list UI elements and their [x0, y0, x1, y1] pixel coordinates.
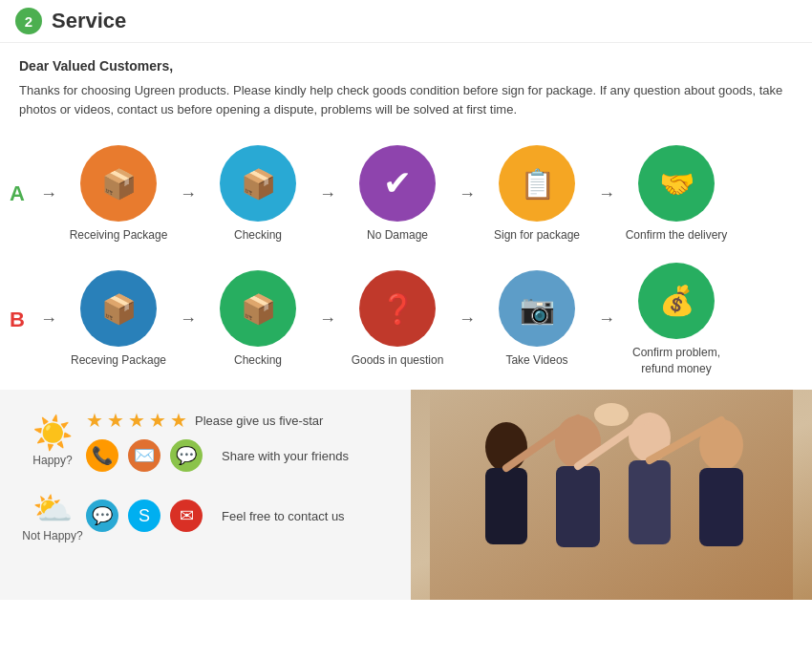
step-b4: 📷 Take Videos	[480, 270, 594, 369]
chat-share-icon[interactable]: 💬	[170, 439, 203, 472]
happy-label: Happy?	[32, 454, 72, 467]
step-b5-icon: 💰	[638, 263, 715, 339]
contact-icons: 💬 S ✉	[86, 500, 203, 532]
stars-row: ★ ★ ★ ★ ★	[86, 409, 187, 432]
step-a2: 📦 Checking	[201, 145, 315, 244]
step-a2-icon: 📦	[220, 145, 296, 222]
step-b5: 💰 Confirm problem, refund money	[619, 263, 734, 377]
intro-body: Thanks for choosing Ugreen products. Ple…	[19, 81, 793, 118]
email-share-icon[interactable]: ✉️	[128, 439, 160, 472]
step-a1-label: Receiving Package	[70, 227, 168, 244]
step-b3-label: Goods in question	[352, 352, 444, 369]
row-a-label: A	[10, 181, 36, 206]
five-star-text: Please give us five-star	[195, 414, 323, 428]
not-happy-icon: ⛅	[32, 489, 73, 527]
bottom-section: ☀️ Happy? ★ ★ ★ ★ ★ Please give us five-…	[0, 390, 812, 600]
star-1: ★	[86, 409, 103, 432]
svg-rect-6	[629, 460, 671, 544]
step-b2: 📦 Checking	[201, 270, 315, 369]
arrow: →	[40, 184, 57, 204]
arrow: →	[598, 184, 615, 204]
step-a4: 📋 Sign for package	[480, 145, 594, 244]
svg-rect-2	[485, 468, 527, 544]
step-a1-icon: 📦	[80, 145, 157, 222]
svg-point-3	[555, 415, 601, 469]
svg-rect-8	[699, 468, 743, 546]
step-b1-icon: 📦	[80, 270, 157, 347]
step-a2-label: Checking	[234, 227, 282, 244]
not-happy-mood-area: ⛅ Not Happy?	[19, 489, 86, 542]
skype2-icon[interactable]: S	[128, 500, 160, 532]
share-text: Share with your friends	[222, 449, 349, 463]
intro-section: Dear Valued Customers, Thanks for choosi…	[0, 43, 812, 126]
phone-share-icon[interactable]: 📞	[86, 439, 118, 472]
arrow: →	[319, 309, 336, 330]
step-a3-label: No Damage	[367, 227, 428, 244]
flow-row-a: A → 📦 Receiving Package → 📦 Checking → ✔…	[10, 145, 802, 244]
step-b1: 📦 Receving Package	[61, 270, 176, 369]
step-b2-icon: 📦	[220, 270, 296, 347]
step-a4-icon: 📋	[499, 145, 575, 222]
service-header: 2 Service	[0, 0, 812, 43]
step-a5-icon: 🤝	[638, 145, 715, 222]
not-happy-row: ⛅ Not Happy? 💬 S ✉ Feel free to contact …	[19, 489, 392, 542]
step-b4-icon: 📷	[499, 270, 575, 347]
step-b1-label: Receving Package	[71, 352, 166, 369]
flow-section: A → 📦 Receiving Package → 📦 Checking → ✔…	[0, 126, 812, 390]
star-3: ★	[128, 409, 145, 432]
step-b5-label: Confirm problem, refund money	[619, 345, 734, 377]
bottom-right-image	[411, 390, 812, 600]
svg-rect-4	[556, 466, 600, 547]
step-a3: ✔ No Damage	[340, 145, 455, 244]
share-icons: 📞 ✉️ 💬	[86, 439, 203, 472]
happy-mood-area: ☀️ Happy?	[19, 414, 86, 467]
arrow: →	[459, 309, 476, 330]
star-5: ★	[170, 409, 187, 432]
contact-text: Feel free to contact us	[222, 509, 345, 523]
row-b-label: B	[10, 308, 36, 332]
arrow: →	[180, 309, 197, 330]
flow-row-b: B → 📦 Receving Package → 📦 Checking → ❓ …	[10, 263, 802, 377]
arrow: →	[598, 309, 615, 330]
happy-row: ☀️ Happy? ★ ★ ★ ★ ★ Please give us five-…	[19, 409, 392, 472]
bottom-left: ☀️ Happy? ★ ★ ★ ★ ★ Please give us five-…	[0, 390, 411, 600]
mail-contact-icon[interactable]: ✉	[170, 500, 203, 532]
step-a5: 🤝 Confirm the delivery	[619, 145, 734, 244]
arrow: →	[319, 184, 336, 204]
star-4: ★	[149, 409, 166, 432]
step-number-badge: 2	[15, 8, 42, 34]
not-happy-label: Not Happy?	[22, 529, 82, 542]
step-a4-label: Sign for package	[494, 227, 580, 244]
arrow: →	[459, 184, 476, 204]
people-illustration	[430, 390, 793, 600]
step-b3-icon: ❓	[359, 270, 436, 347]
skype-icon[interactable]: 💬	[86, 500, 118, 532]
star-2: ★	[107, 409, 124, 432]
step-a1: 📦 Receiving Package	[61, 145, 176, 244]
happy-icon: ☀️	[32, 414, 73, 452]
step-a5-label: Confirm the delivery	[626, 227, 728, 244]
page-title: Service	[52, 9, 126, 33]
arrow: →	[40, 309, 57, 330]
step-b2-label: Checking	[234, 352, 282, 369]
intro-dear: Dear Valued Customers,	[19, 58, 793, 74]
arrow: →	[180, 184, 197, 204]
step-b4-label: Take Videos	[505, 352, 567, 369]
svg-point-12	[594, 403, 629, 426]
step-a3-icon: ✔	[359, 145, 436, 222]
step-b3: ❓ Goods in question	[340, 270, 455, 369]
